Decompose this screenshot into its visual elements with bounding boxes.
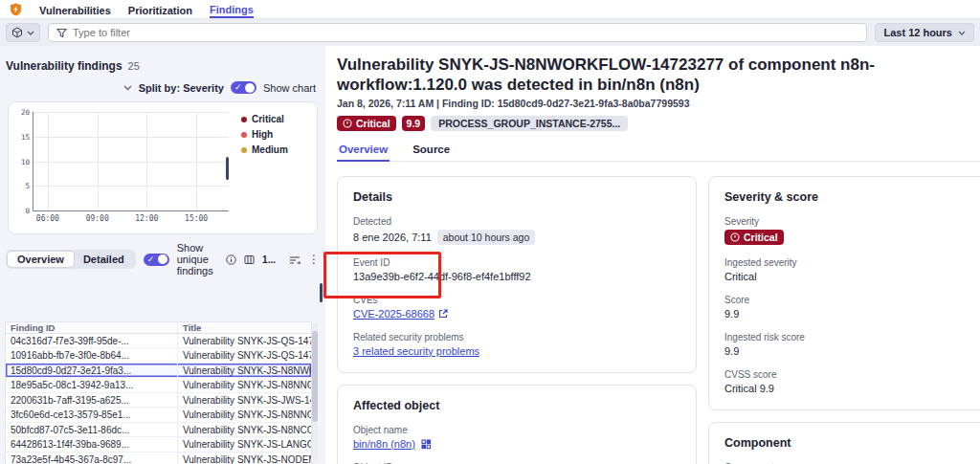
table-scrollbar-thumb[interactable]	[312, 331, 318, 422]
findings-chart-card: 0510152006:0009:0012:0015:00 CriticalHig…	[8, 101, 318, 234]
affected-object-heading: Affected object	[353, 399, 680, 412]
tab-overview-detail[interactable]: Overview	[337, 141, 390, 162]
check-icon: ✓	[147, 254, 155, 266]
nav-item-prioritization[interactable]: Prioritization	[128, 2, 192, 17]
legend-dot-icon	[241, 117, 247, 122]
top-navigation: Vulnerabilities Prioritization Findings	[0, 0, 980, 19]
score-value: 9.9	[724, 308, 739, 320]
finding-title-cell: Vulnerability SNYK-JS-QS-14724253 of com…	[178, 348, 311, 362]
app-root: Vulnerabilities Prioritization Findings …	[0, 0, 980, 464]
legend-item[interactable]: Critical	[241, 114, 288, 124]
cves-label: CVEs	[353, 295, 680, 305]
table-row[interactable]: 50bfcd87-07c5-3e11-86dc... Vulnerability…	[6, 423, 311, 437]
critical-severity-icon	[730, 232, 740, 242]
table-scrollbar[interactable]	[312, 323, 318, 462]
finding-id-cell: 04c316d7-f7e3-39ff-95de-...	[6, 334, 178, 347]
entity-badge[interactable]: PROCESS_GROUP_INSTANCE-2755...	[431, 116, 628, 131]
show-chart-toggle[interactable]: ✓	[231, 81, 256, 94]
filter-input-container	[48, 23, 867, 42]
columns-icon[interactable]	[244, 254, 255, 265]
tab-overview-left[interactable]: Overview	[8, 252, 74, 267]
detected-label: Detected	[353, 216, 680, 227]
scope-selector-button[interactable]	[6, 23, 40, 42]
external-link-icon	[438, 309, 448, 319]
affected-object-card: Affected object Object name bin/n8n (n8n…	[337, 385, 697, 464]
vulnerabilities-app-shield-icon	[10, 3, 22, 16]
nav-item-findings[interactable]: Findings	[210, 1, 254, 18]
show-unique-findings-label: Show unique findings	[177, 242, 218, 276]
finding-id-cell: 50bfcd87-07c5-3e11-86dc...	[6, 423, 178, 436]
severity-label: Severity	[724, 216, 977, 227]
finding-id-cell: 2200631b-7aff-3195-a625...	[6, 393, 178, 407]
smartscape-grid-icon[interactable]	[421, 439, 432, 450]
check-icon: ✓	[234, 81, 242, 94]
severity-score-heading: Severity & score	[724, 190, 977, 204]
legend-item[interactable]: High	[241, 129, 288, 140]
table-row[interactable]: 73a23e5f-4b45-367a-8c97... Vulnerability…	[6, 453, 311, 464]
legend-item[interactable]: Medium	[241, 144, 288, 155]
table-row[interactable]: 2200631b-7aff-3195-a625... Vulnerability…	[6, 393, 311, 408]
split-by-severity-control[interactable]: Split by: Severity	[139, 82, 224, 94]
detected-value: 8 ene 2026, 7:11	[353, 232, 432, 243]
score-label: Score	[724, 295, 977, 305]
related-problems-link[interactable]: 3 related security problems	[353, 345, 479, 357]
cvss-score-value: Critical 9.9	[724, 383, 774, 394]
selected-columns-indicator[interactable]: 1...	[262, 254, 276, 265]
chevron-down-icon	[27, 31, 34, 35]
critical-severity-icon	[343, 119, 352, 128]
finding-title-cell: Vulnerability SNYK-JS-N8NWORKFLOW-147232…	[178, 364, 311, 377]
finding-title-cell: Vulnerability SNYK-JS-N8NCONFIG-14723276…	[178, 423, 311, 436]
finding-title-cell: Vulnerability SNYK-JS-N8NNODESBASE-13524…	[178, 408, 311, 421]
legend-dot-icon	[241, 132, 247, 138]
component-heading: Component	[724, 436, 977, 450]
findings-list-panel: Vulnerability findings 25 Split by: Seve…	[0, 46, 325, 464]
table-row[interactable]: 15d80cd9-0d27-3e21-9fa3... Vulnerability…	[6, 364, 311, 378]
table-header-row: Finding ID Title	[6, 322, 311, 334]
cve-link[interactable]: CVE-2025-68668	[353, 308, 448, 320]
chart-scroll-handle[interactable]	[226, 157, 229, 180]
funnel-icon	[56, 28, 67, 38]
findings-count: 25	[128, 60, 140, 72]
cube-icon	[11, 27, 23, 38]
object-name-label: Object name	[353, 425, 680, 435]
tab-detailed-left[interactable]: Detailed	[74, 252, 134, 267]
ingested-risk-score-value: 9.9	[724, 345, 739, 357]
collapse-chart-chevron-icon[interactable]	[123, 85, 132, 91]
row-settings-icon[interactable]	[289, 254, 301, 265]
findings-bar-chart[interactable]: 0510152006:0009:0012:0015:00	[33, 112, 229, 211]
finding-title-cell: Vulnerability SNYK-JS-JWS-14188253 of co…	[178, 393, 311, 407]
table-row[interactable]: 04c316d7-f7e3-39ff-95de-... Vulnerabilit…	[6, 334, 311, 348]
table-row[interactable]: 10916abb-fb7e-3f0e-8b64... Vulnerability…	[6, 348, 311, 363]
finding-title-cell: Vulnerability SNYK-JS-NODEMAILER-1415715…	[178, 453, 311, 464]
finding-id-cell: 64428613-1f4f-39ba-9689...	[6, 437, 178, 451]
nav-item-vulnerabilities[interactable]: Vulnerabilities	[39, 2, 111, 17]
column-header-title[interactable]: Title	[178, 322, 311, 333]
finding-id-cell: 73a23e5f-4b45-367a-8c97...	[6, 453, 178, 464]
finding-title: Vulnerability SNYK-JS-N8NWORKFLOW-147232…	[337, 55, 980, 95]
column-header-finding-id[interactable]: Finding ID	[6, 322, 178, 333]
finding-meta: Jan 8, 2026, 7:11 AM | Finding ID: 15d80…	[337, 98, 980, 109]
tab-source-detail[interactable]: Source	[411, 141, 452, 161]
object-name-link[interactable]: bin/n8n (n8n)	[353, 438, 415, 450]
kebab-menu-icon[interactable]: ⋮	[308, 253, 320, 266]
detected-relative-badge: about 10 hours ago	[437, 230, 536, 245]
panel-title: Vulnerability findings	[6, 59, 122, 73]
ingested-risk-score-label: Ingested risk score	[724, 332, 977, 342]
timeframe-selector-button[interactable]: Last 12 hours	[875, 23, 974, 42]
severity-badge: Critical	[337, 116, 396, 131]
detail-tabs: Overview Source	[337, 141, 980, 162]
severity-value-badge: Critical	[724, 230, 784, 245]
show-unique-findings-toggle[interactable]: ✓	[144, 254, 169, 266]
ingested-severity-label: Ingested severity	[724, 257, 977, 268]
score-badge: 9.9	[402, 116, 426, 131]
table-row[interactable]: 3fc60e6d-ce13-3579-85e1... Vulnerability…	[6, 408, 311, 422]
ingested-severity-value: Critical	[724, 271, 757, 282]
finding-id-cell: 18e95a5c-08c1-3942-9a13...	[6, 378, 178, 391]
info-icon[interactable]	[226, 254, 236, 265]
panel-resize-handle[interactable]	[320, 283, 323, 302]
table-row[interactable]: 18e95a5c-08c1-3942-9a13... Vulnerability…	[6, 378, 311, 392]
finding-title-cell: Vulnerability SNYK-JS-LANGCHAINCORE-1456…	[178, 437, 311, 451]
cvss-score-label: CVSS score	[724, 369, 977, 380]
table-row[interactable]: 64428613-1f4f-39ba-9689... Vulnerability…	[6, 437, 311, 452]
filter-input[interactable]	[73, 27, 858, 38]
